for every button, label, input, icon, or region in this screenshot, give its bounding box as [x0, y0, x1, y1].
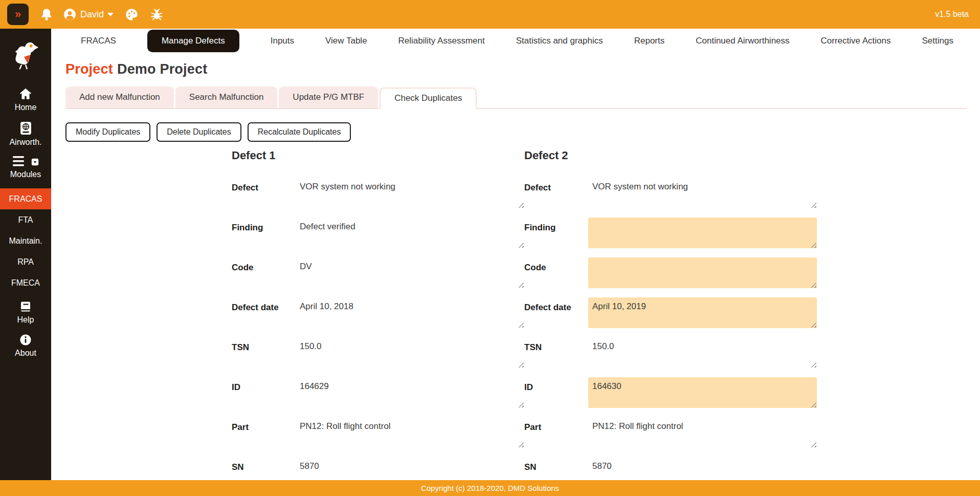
field-row: Defect date April 10, 2018 [232, 297, 524, 328]
user-menu[interactable]: David [63, 8, 114, 21]
field-value: 5870 [296, 457, 524, 471]
resize-grip-icon[interactable] [811, 442, 816, 447]
field-label: ID [524, 377, 588, 408]
passport-icon [0, 121, 51, 135]
nav-item-view-table[interactable]: View Table [325, 36, 367, 46]
sidebar-item-about[interactable]: About [0, 334, 51, 358]
sidebar-item-help[interactable]: Help [0, 300, 51, 325]
resize-grip-icon[interactable] [811, 242, 816, 248]
sidebar-item-label: Modules [10, 170, 41, 179]
tab-add-new-malfunction[interactable]: Add new Malfunction [65, 87, 174, 108]
tsn-textarea[interactable]: 150.0 [296, 337, 524, 368]
id-textarea[interactable]: 164629 [296, 377, 524, 408]
resize-grip-icon[interactable] [811, 322, 816, 328]
field-label: Code [524, 257, 588, 288]
field-value: April 10, 2018 [296, 297, 524, 312]
modify-duplicates-button[interactable]: Modify Duplicates [65, 122, 150, 142]
field-value: PN12: Roll flight control [296, 417, 524, 432]
code-textarea[interactable]: DV [296, 257, 524, 288]
nav-item-fracas[interactable]: FRACAS [81, 36, 116, 46]
project-name: Demo Project [117, 61, 207, 77]
home-icon [0, 87, 51, 100]
id-textarea[interactable]: 164630 [588, 377, 817, 408]
notifications-bell-icon[interactable] [40, 8, 53, 21]
sidebar-collapse-button[interactable]: » [7, 4, 29, 25]
defect-textarea[interactable]: VOR system not working [296, 178, 524, 208]
nav-item-manage-defects[interactable]: Manage Defects [147, 30, 239, 52]
field-row: Part PN12: Roll flight control [524, 417, 817, 448]
delete-duplicates-button[interactable]: Delete Duplicates [157, 122, 241, 142]
field-label: Part [232, 417, 296, 448]
resize-grip-icon[interactable] [518, 402, 524, 407]
part-textarea[interactable]: PN12: Roll flight control [296, 417, 524, 448]
sn-textarea[interactable]: 5870 [296, 457, 524, 480]
field-row: Defect date April 10, 2019 [524, 297, 817, 328]
sidebar-item-maintain[interactable]: Maintain. [0, 230, 51, 251]
field-label: TSN [232, 337, 296, 368]
field-value: 150.0 [296, 337, 524, 352]
robin-logo[interactable] [9, 40, 42, 72]
recalculate-duplicates-button[interactable]: Recalculate Duplicates [248, 122, 351, 142]
defect-1-heading: Defect 1 [232, 149, 524, 162]
field-value [588, 257, 817, 262]
part-textarea[interactable]: PN12: Roll flight control [588, 417, 817, 448]
topbar: » David v [0, 0, 980, 29]
tab-update-pg-mtbf[interactable]: Update P/G MTBF [279, 87, 378, 108]
nav-item-inputs[interactable]: Inputs [271, 36, 294, 46]
sidebar-item-fta[interactable]: FTA [0, 209, 51, 230]
sidebar-item-rpa[interactable]: RPA [0, 251, 51, 272]
field-row: TSN 150.0 [524, 337, 817, 368]
finding-textarea[interactable]: Defect verified [296, 218, 524, 248]
resize-grip-icon[interactable] [811, 202, 816, 208]
field-label: ID [232, 377, 296, 408]
field-value: 150.0 [588, 337, 817, 352]
resize-grip-icon[interactable] [811, 282, 816, 288]
nav-item-continued-airworthiness[interactable]: Continued Airworthiness [696, 36, 789, 46]
finding-textarea[interactable] [588, 218, 817, 248]
field-row: ID 164630 [524, 377, 817, 408]
resize-grip-icon[interactable] [518, 362, 524, 368]
nav-item-reliability-assessment[interactable]: Reliability Assessment [398, 36, 485, 46]
tab-search-malfunction[interactable]: Search Malfunction [175, 87, 278, 108]
code-textarea[interactable] [588, 257, 817, 288]
defect-date-textarea[interactable]: April 10, 2018 [296, 297, 524, 328]
resize-grip-icon[interactable] [518, 242, 524, 248]
field-value: 164629 [296, 377, 524, 392]
defect-textarea[interactable]: VOR system not working [588, 178, 817, 208]
field-label: TSN [524, 337, 588, 368]
resize-grip-icon[interactable] [518, 322, 524, 328]
resize-grip-icon[interactable] [518, 282, 524, 288]
footer: Copyright (c) 2018-2020, DMD Solutions [0, 480, 980, 496]
sn-textarea[interactable]: 5870 [588, 457, 817, 480]
subtab-bar: Add new Malfunction Search Malfunction U… [65, 87, 967, 109]
bug-report-icon[interactable] [150, 8, 164, 21]
field-label: Part [524, 417, 588, 448]
sidebar-item-home[interactable]: Home [0, 87, 51, 112]
nav-item-reports[interactable]: Reports [634, 36, 665, 46]
field-label: Defect date [232, 297, 296, 328]
field-row: Defect VOR system not working [524, 178, 817, 208]
sidebar: Home Airworth. Modules F [0, 29, 51, 480]
nav-item-statistics-and-graphics[interactable]: Statistics and graphics [516, 36, 603, 46]
tsn-textarea[interactable]: 150.0 [588, 337, 817, 368]
sidebar-item-airworthiness[interactable]: Airworth. [0, 121, 51, 147]
field-row: SN 5870 [524, 457, 817, 480]
resize-grip-icon[interactable] [518, 442, 524, 447]
defect-date-textarea[interactable]: April 10, 2019 [588, 297, 817, 328]
nav-item-corrective-actions[interactable]: Corrective Actions [821, 36, 891, 46]
field-label: Finding [232, 218, 296, 248]
sidebar-item-modules[interactable]: Modules [0, 156, 51, 179]
sidebar-item-label: Airworth. [9, 138, 41, 146]
user-avatar-icon [63, 8, 76, 21]
tab-check-duplicates[interactable]: Check Duplicates [380, 88, 477, 109]
sidebar-item-fracas[interactable]: FRACAS [0, 188, 51, 209]
field-row: Code DV [232, 257, 524, 288]
nav-item-settings[interactable]: Settings [922, 36, 953, 46]
duplicates-toolbar: Modify Duplicates Delete Duplicates Reca… [65, 122, 967, 142]
field-label: Defect [232, 178, 296, 208]
theme-palette-icon[interactable] [125, 8, 139, 21]
resize-grip-icon[interactable] [518, 202, 524, 208]
resize-grip-icon[interactable] [811, 362, 816, 368]
sidebar-item-fmeca[interactable]: FMECA [0, 272, 51, 293]
resize-grip-icon[interactable] [811, 402, 816, 407]
